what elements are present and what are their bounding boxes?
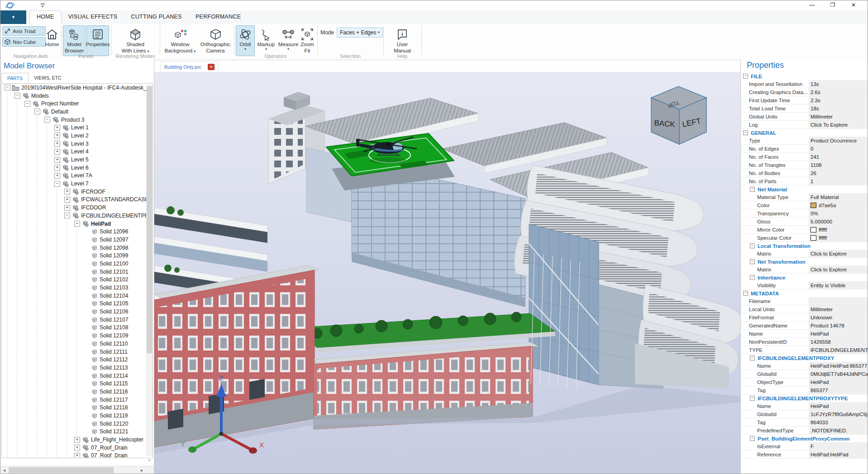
restore-button[interactable]: ❐ (822, 0, 843, 10)
property-value[interactable]: Click to Explore (809, 265, 868, 273)
tree-node[interactable]: Solid 12103 (2, 284, 153, 292)
tree-node[interactable]: Solid 12098 (2, 244, 153, 252)
markup-button[interactable]: Markup ▾ (256, 25, 277, 56)
zoom-fit-button[interactable]: Zoom Fit (299, 25, 316, 56)
tree-horizontal-scrollbar[interactable]: ◂ ▸ (0, 466, 154, 474)
tree-node[interactable]: Solid 12113 (2, 364, 153, 372)
tree-node[interactable]: Solid 12119 (2, 412, 153, 420)
properties-panel-button[interactable]: Properties (86, 25, 109, 56)
tree-expander[interactable]: − (74, 221, 80, 227)
tab-performance[interactable]: PERFORMANCE (189, 10, 248, 24)
collapse-icon[interactable]: − (750, 436, 755, 441)
tree-node[interactable]: −Product 3 (2, 116, 153, 124)
tree-node[interactable]: +Life_Flight_Helicopter (2, 436, 153, 444)
tree-node[interactable]: −HeliPad (2, 220, 153, 228)
tree-expander[interactable]: + (54, 157, 60, 163)
property-section-header[interactable]: −FILE (741, 72, 868, 80)
tree-node[interactable]: Solid 12116 (2, 388, 153, 396)
tree-node[interactable]: −Models (2, 92, 153, 100)
tree-node[interactable]: Solid 12112 (2, 356, 153, 364)
tree-node[interactable]: Solid 12110 (2, 340, 153, 348)
tree-expander[interactable]: − (44, 117, 50, 123)
tab-views-etc[interactable]: VIEWS, ETC (29, 73, 67, 83)
tree-expander[interactable]: + (54, 173, 60, 179)
tab-cutting-planes[interactable]: CUTTING PLANES (124, 10, 189, 24)
tree-expander[interactable]: + (54, 133, 60, 138)
property-section-header[interactable]: −Inheritance (741, 274, 868, 281)
quick-access-toolbar-icon[interactable]: ▾ (39, 3, 46, 8)
tree-expander[interactable]: + (54, 125, 60, 131)
orthographic-camera-button[interactable]: Orthographic Camera (198, 25, 233, 56)
property-section-header[interactable]: −METADATA (741, 289, 868, 297)
orbit-button[interactable]: Orbit ▾ (236, 25, 255, 56)
tree-expander[interactable]: − (14, 93, 20, 99)
user-manual-button[interactable]: User Manual (389, 25, 416, 56)
tree-expander[interactable]: − (24, 101, 30, 107)
window-background-button[interactable]: Window Background ▾ (163, 25, 197, 56)
property-value[interactable]: Click To Explore (809, 121, 868, 128)
tree-node[interactable]: +07_Roof_Drain (2, 452, 153, 458)
brick-building[interactable] (154, 265, 318, 447)
collapse-icon[interactable]: − (750, 259, 755, 264)
tree-expander[interactable]: + (64, 205, 70, 211)
tree-node[interactable]: Solid 12120 (2, 420, 153, 428)
property-section-header[interactable]: −Net Material (741, 185, 868, 193)
tree-node[interactable]: +IFCDOOR (2, 204, 153, 212)
tree-node[interactable]: +Level 6 (2, 164, 153, 172)
tree-node[interactable]: Solid 12096 (2, 228, 153, 236)
property-section-header[interactable]: −Net Transformation (741, 258, 868, 265)
tree-node[interactable]: Solid 12097 (2, 236, 153, 244)
tree-expander[interactable]: − (5, 85, 10, 90)
collapse-icon[interactable]: − (750, 187, 755, 192)
tree-node[interactable]: −IFCBUILDINGELEMENTPROXY (2, 212, 153, 220)
tree-node[interactable]: −20190104WestRiverSide Hospital - IFC4-A… (2, 84, 153, 92)
tree-node[interactable]: +Level 2 (2, 132, 153, 140)
tree-node[interactable]: +07_Roof_Drain (2, 444, 153, 452)
property-section-header[interactable]: −IFCBUILDINGELEMENTPROXY (741, 354, 868, 362)
property-section-header[interactable]: −Pset_BuildingElementProxyCommon (741, 435, 868, 442)
property-value[interactable]: Click to Explore (809, 250, 868, 257)
tree-vscroll-thumb[interactable] (147, 86, 152, 353)
tree-node[interactable]: −Level 7 (2, 180, 153, 188)
nav-cube[interactable]: BACK LEFT TOP (651, 86, 706, 144)
tree-node[interactable]: +Level 4 (2, 148, 153, 156)
tree-vertical-scrollbar[interactable]: ˅ (146, 85, 153, 456)
collapse-icon[interactable]: − (743, 130, 748, 135)
tab-parts[interactable]: PARTS (1, 73, 29, 83)
tab-close-icon[interactable]: ✕ (208, 64, 215, 70)
tree-node[interactable]: +Level 1 (2, 123, 153, 132)
measure-button[interactable]: Measure ▾ (277, 25, 299, 56)
tab-visual-effects[interactable]: VISUAL EFFECTS (62, 10, 124, 24)
tree-expander[interactable]: + (74, 437, 80, 443)
tree-node[interactable]: Solid 12106 (2, 308, 153, 316)
property-section-header[interactable]: −Local Transformation (741, 242, 868, 250)
tree-node[interactable]: Solid 12105 (2, 300, 153, 308)
tree-expander[interactable]: + (54, 149, 60, 155)
minimize-button[interactable]: — (801, 0, 822, 10)
tree-node[interactable]: Solid 12109 (2, 332, 153, 340)
axis-triad-toggle[interactable]: Axis Triad (2, 26, 46, 36)
tab-home[interactable]: HOME (29, 10, 62, 24)
scroll-left-arrow-icon[interactable]: ◂ (0, 466, 8, 474)
collapse-icon[interactable]: − (750, 243, 755, 248)
tree-node[interactable]: Solid 12101 (2, 268, 153, 276)
tree-node[interactable]: Solid 12104 (2, 292, 153, 300)
document-tab[interactable]: Building Only.prc ✕ (160, 62, 219, 72)
tree-node[interactable]: +IFCWALLSTANDARDCASE (2, 196, 153, 204)
tree-node[interactable]: Solid 12118 (2, 404, 153, 412)
tree-expander[interactable]: − (54, 181, 60, 187)
tree-node[interactable]: Solid 12099 (2, 251, 153, 260)
tree-node[interactable]: Solid 12107 (2, 316, 153, 324)
tree-node[interactable]: +IFCROOF (2, 188, 153, 196)
tree-expander[interactable]: + (54, 141, 60, 147)
model-browser-panel-button[interactable]: Model Browser (63, 25, 86, 56)
nav-cube-toggle[interactable]: Nav Cube (2, 37, 46, 47)
viewport-canvas[interactable]: BACK LEFT TOP Z Y X (154, 72, 740, 474)
collapse-icon[interactable]: − (750, 396, 755, 401)
tree-node[interactable]: Solid 12102 (2, 276, 153, 284)
tree-node[interactable]: +Level 5 (2, 156, 153, 164)
collapse-icon[interactable]: − (743, 74, 748, 79)
tree-expander[interactable]: − (64, 213, 70, 218)
tree-hscroll-thumb[interactable] (9, 467, 114, 473)
tree-expander[interactable]: + (64, 197, 70, 203)
